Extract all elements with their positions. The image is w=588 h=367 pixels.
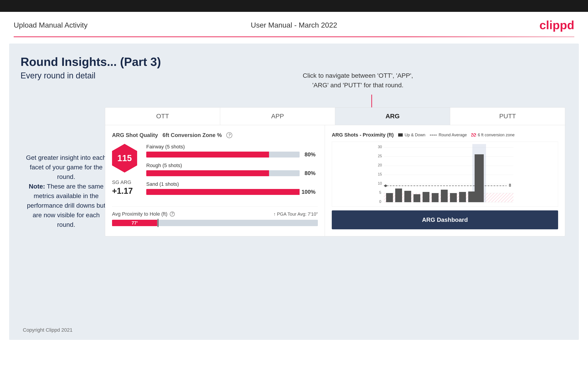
tab-ott[interactable]: OTT xyxy=(105,108,220,125)
fairway-label: Fairway (5 shots) xyxy=(146,144,300,150)
svg-rect-23 xyxy=(423,192,429,202)
legend-conversion-label: 6 ft conversion zone xyxy=(478,133,515,137)
svg-rect-26 xyxy=(450,193,457,202)
proximity-cursor xyxy=(158,219,158,227)
proximity-value: 77' xyxy=(132,220,138,226)
svg-rect-25 xyxy=(441,190,448,202)
rough-label: Rough (5 shots) xyxy=(146,163,300,168)
rough-bar-fill xyxy=(146,170,269,176)
proximity-label: Avg Proximity to Hole (ft) ? xyxy=(112,211,175,217)
score-column: 115 SG ARG +1.17 xyxy=(112,144,137,196)
proximity-header: Avg Proximity to Hole (ft) ? ↑ PGA Tour … xyxy=(112,211,318,217)
legend-up-down: Up & Down xyxy=(398,133,425,137)
svg-text:20: 20 xyxy=(378,163,382,167)
chart-title: ARG Shots - Proximity (ft) xyxy=(332,132,394,138)
main-content: Round Insights... (Part 3) Every round i… xyxy=(9,43,579,340)
legend-box-icon xyxy=(398,133,403,137)
annotation-text: Click to navigate between 'OTT', 'APP','… xyxy=(151,71,565,90)
left-description: Get greater insight into each facet of y… xyxy=(23,153,110,230)
proximity-section: Avg Proximity to Hole (ft) ? ↑ PGA Tour … xyxy=(112,206,318,226)
legend-hatched-icon xyxy=(471,133,476,137)
legend-dashed-icon xyxy=(430,135,437,135)
card-left-panel: ARG Shot Quality 6ft Conversion Zone % ?… xyxy=(105,125,325,236)
svg-text:0: 0 xyxy=(379,200,381,204)
arg-shot-quality-label: ARG Shot Quality xyxy=(112,132,158,138)
sand-bar-row: Sand (1 shots) 100% xyxy=(146,181,300,195)
bar-chart: 0 5 10 15 20 25 30 xyxy=(332,142,558,206)
svg-text:10: 10 xyxy=(378,182,382,185)
tab-arg[interactable]: ARG xyxy=(335,108,450,125)
clippd-logo: clippd xyxy=(539,18,574,32)
section-header: ARG Shot Quality 6ft Conversion Zone % ? xyxy=(112,132,318,138)
proximity-bar-fill: 77' xyxy=(112,220,157,226)
legend-conversion-zone: 6 ft conversion zone xyxy=(471,133,515,137)
footer-copyright: Copyright Clippd 2021 xyxy=(23,327,73,333)
sand-pct: 100% xyxy=(302,189,316,195)
svg-text:30: 30 xyxy=(378,145,382,149)
sand-bar-track xyxy=(146,189,300,195)
legend-round-avg: Round Average xyxy=(430,133,467,137)
fairway-pct: 80% xyxy=(305,151,316,158)
svg-rect-29 xyxy=(459,192,466,202)
hex-score: 115 xyxy=(112,144,137,173)
sg-label: SG ARG xyxy=(112,179,137,185)
rough-bar-row: Rough (5 shots) 80% xyxy=(146,163,300,176)
sand-bar-fill xyxy=(146,189,300,195)
header: Upload Manual Activity User Manual - Mar… xyxy=(0,12,588,36)
rough-bar-track xyxy=(146,170,300,176)
conversion-zone-label: 6ft Conversion Zone % xyxy=(163,132,222,138)
svg-text:25: 25 xyxy=(378,154,382,158)
hex-container: 115 xyxy=(112,144,137,173)
bars-section: Fairway (5 shots) 80% Rough (5 shots) xyxy=(146,144,318,200)
svg-text:5: 5 xyxy=(379,191,381,194)
document-title: User Manual - March 2022 xyxy=(251,21,337,29)
tab-app[interactable]: APP xyxy=(220,108,335,125)
page-title: Round Insights... (Part 3) xyxy=(21,55,567,69)
svg-marker-32 xyxy=(384,184,388,187)
upload-activity-link[interactable]: Upload Manual Activity xyxy=(14,21,88,29)
note-label: Note: xyxy=(29,183,45,190)
sg-value: +1.17 xyxy=(112,186,137,196)
svg-rect-28 xyxy=(475,154,484,202)
header-divider xyxy=(14,36,574,37)
svg-rect-21 xyxy=(404,191,411,202)
rough-pct: 80% xyxy=(305,170,316,176)
svg-rect-18 xyxy=(384,193,513,202)
svg-text:8: 8 xyxy=(509,183,511,188)
main-card: OTT APP ARG PUTT ARG Shot Quality 6ft Co… xyxy=(105,107,565,236)
proximity-help-icon[interactable]: ? xyxy=(170,212,175,217)
card-right-panel: ARG Shots - Proximity (ft) Up & Down Rou… xyxy=(325,125,565,236)
sand-label: Sand (1 shots) xyxy=(146,181,300,187)
arg-dashboard-button[interactable]: ARG Dashboard xyxy=(332,210,558,229)
proximity-label-text: Avg Proximity to Hole (ft) xyxy=(112,211,167,217)
legend-up-down-label: Up & Down xyxy=(405,133,425,137)
proximity-bar-track: 77' xyxy=(112,220,318,226)
svg-rect-20 xyxy=(395,189,402,202)
fairway-bar-track xyxy=(146,152,300,158)
fairway-bar-row: Fairway (5 shots) 80% xyxy=(146,144,300,158)
sg-container: SG ARG +1.17 xyxy=(112,179,137,196)
pga-avg-label: ↑ PGA Tour Avg: 7'10" xyxy=(273,212,318,217)
fairway-bar-fill xyxy=(146,152,269,158)
svg-rect-30 xyxy=(468,192,475,202)
chart-area: 0 5 10 15 20 25 30 xyxy=(332,142,558,207)
svg-text:15: 15 xyxy=(378,172,382,176)
tabs-row: OTT APP ARG PUTT xyxy=(105,108,565,125)
legend-round-avg-label: Round Average xyxy=(439,133,467,137)
chart-header: ARG Shots - Proximity (ft) Up & Down Rou… xyxy=(332,132,558,138)
card-body: ARG Shot Quality 6ft Conversion Zone % ?… xyxy=(105,125,565,236)
svg-rect-24 xyxy=(432,193,439,202)
svg-rect-19 xyxy=(386,193,393,202)
help-icon[interactable]: ? xyxy=(226,132,232,138)
svg-rect-22 xyxy=(414,194,420,202)
top-bar xyxy=(0,0,588,12)
tab-putt[interactable]: PUTT xyxy=(450,108,565,125)
